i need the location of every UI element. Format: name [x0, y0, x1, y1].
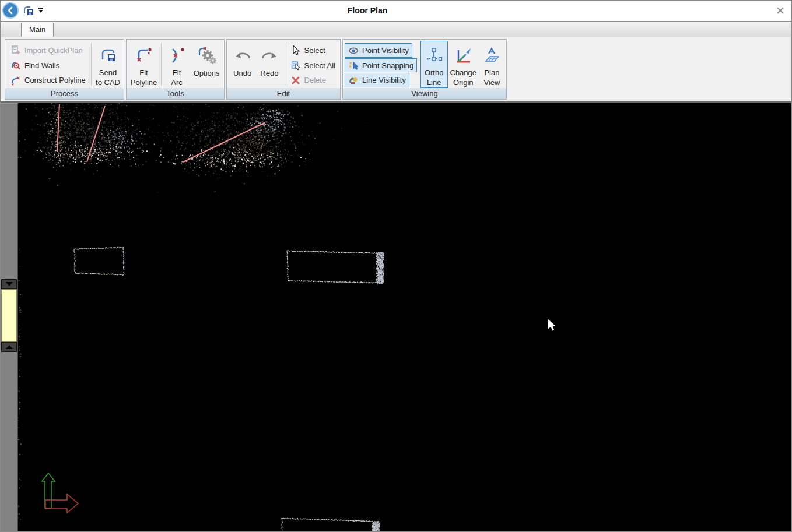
fit-arc-button[interactable]: Fit Arc — [163, 41, 190, 88]
select-label: Select — [304, 46, 325, 55]
title-bar: Floor Plan ✕ — [1, 1, 791, 21]
viewport-canvas[interactable] — [18, 103, 792, 532]
app-window: Floor Plan ✕ Main Import QuickPlan — [0, 0, 792, 532]
change-origin-label-1: Change — [450, 68, 477, 77]
line-visibility-label: Line Visibility — [362, 76, 406, 84]
delete-button[interactable]: Delete — [287, 73, 330, 87]
viewport — [18, 103, 791, 531]
left-scrollbar[interactable] — [1, 103, 18, 531]
find-walls-button[interactable]: Find Walls — [7, 58, 63, 73]
send-to-cad-icon — [99, 43, 117, 68]
select-button[interactable]: Select — [287, 43, 329, 58]
group-edit: Undo Redo — [226, 39, 341, 100]
construct-polyline-icon — [10, 75, 21, 86]
group-label-edit: Edit — [227, 88, 340, 99]
send-to-cad-label-2: to CAD — [96, 77, 120, 87]
select-all-label: Select All — [304, 61, 335, 70]
redo-icon — [260, 43, 279, 68]
group-process: Import QuickPlan Find Walls — [5, 39, 124, 100]
tab-main[interactable]: Main — [21, 23, 54, 37]
divider — [161, 43, 162, 86]
options-button[interactable]: Options — [190, 41, 223, 88]
undo-icon — [233, 43, 253, 68]
ortho-line-label-1: Ortho — [425, 68, 444, 77]
import-quickplan-label: Import QuickPlan — [24, 46, 83, 55]
qat-bar — [38, 8, 43, 9]
import-quickplan-button[interactable]: Import QuickPlan — [7, 43, 86, 58]
ortho-line-icon — [425, 43, 443, 68]
options-gears-icon — [197, 43, 216, 68]
undo-button[interactable]: Undo — [229, 41, 256, 88]
triangle-down-icon — [6, 282, 13, 286]
ribbon: Import QuickPlan Find Walls — [1, 37, 791, 101]
point-visibility-toggle[interactable]: Point Visibility — [345, 43, 412, 58]
select-cursor-icon — [290, 45, 301, 55]
fit-arc-label-2: Arc — [171, 77, 183, 87]
delete-label: Delete — [304, 76, 327, 84]
divider — [285, 43, 285, 86]
point-visibility-label: Point Visibility — [362, 46, 409, 55]
line-visibility-toggle[interactable]: Line Visibility — [345, 73, 409, 87]
construct-polyline-button[interactable]: Construct Polyline — [7, 73, 89, 87]
back-button[interactable] — [2, 2, 19, 19]
fit-polyline-icon — [134, 43, 153, 68]
ortho-line-label-2: Line — [427, 77, 441, 87]
scroll-down-button[interactable] — [1, 279, 17, 289]
plan-view-label-2: View — [483, 77, 500, 87]
select-all-icon — [290, 60, 301, 71]
app-save-icon[interactable] — [22, 5, 34, 17]
ribbon-tabstrip: Main — [1, 21, 791, 37]
triangle-up-icon — [6, 345, 13, 349]
change-origin-icon — [454, 43, 472, 68]
redo-button[interactable]: Redo — [256, 41, 282, 88]
fit-arc-icon — [167, 43, 186, 68]
find-walls-label: Find Walls — [24, 61, 59, 70]
plan-view-label-1: Plan — [484, 68, 499, 77]
find-walls-icon — [10, 60, 21, 71]
eye-icon — [348, 45, 359, 55]
line-bulb-icon — [348, 75, 359, 86]
fit-arc-label-1: Fit — [173, 68, 181, 77]
group-label-process: Process — [5, 88, 124, 99]
select-all-button[interactable]: Select All — [287, 58, 339, 73]
scrollbar-thumb[interactable] — [1, 289, 17, 342]
redo-label: Redo — [260, 68, 278, 78]
undo-label: Undo — [233, 68, 251, 78]
construct-polyline-label: Construct Polyline — [24, 76, 86, 84]
delete-x-icon — [290, 75, 301, 86]
group-label-viewing: Viewing — [343, 88, 506, 99]
plan-view-button[interactable]: Plan View — [479, 41, 505, 88]
group-tools: Fit Polyline Fit Arc — [126, 39, 225, 100]
snap-cursor-icon — [348, 60, 359, 71]
group-label-tools: Tools — [127, 88, 224, 99]
chevron-down-icon — [38, 10, 43, 13]
fit-polyline-label-1: Fit — [139, 68, 148, 77]
divider — [91, 43, 92, 86]
scroll-up-button[interactable] — [1, 342, 17, 352]
send-to-cad-button[interactable]: Send to CAD — [93, 41, 122, 88]
send-to-cad-label-1: Send — [99, 68, 117, 77]
change-origin-button[interactable]: Change Origin — [448, 41, 479, 88]
group-viewing: Point Visibility Point Snapping — [342, 39, 507, 100]
plan-view-icon — [483, 43, 500, 68]
ortho-line-toggle[interactable]: Ortho Line — [420, 41, 448, 88]
import-quickplan-icon — [10, 45, 21, 55]
point-snapping-label: Point Snapping — [362, 61, 413, 70]
window-title: Floor Plan — [348, 6, 387, 15]
fit-polyline-button[interactable]: Fit Polyline — [128, 41, 159, 88]
fit-polyline-label-2: Polyline — [131, 77, 157, 87]
change-origin-label-2: Origin — [453, 77, 474, 87]
quick-access-dropdown[interactable] — [38, 8, 44, 15]
back-chevron-icon — [6, 6, 15, 15]
options-label: Options — [194, 68, 220, 78]
point-snapping-toggle[interactable]: Point Snapping — [345, 58, 417, 73]
close-button[interactable]: ✕ — [773, 3, 788, 18]
